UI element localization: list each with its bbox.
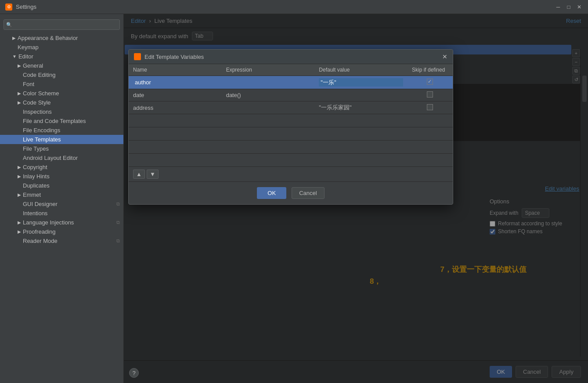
sidebar-item-color-scheme[interactable]: ▶ Color Scheme (0, 89, 123, 98)
cell-skip-address (408, 101, 453, 114)
skip-checkbox-date[interactable] (427, 91, 433, 98)
sidebar-item-label: Intentions (23, 210, 47, 217)
search-input[interactable] (4, 19, 120, 30)
sidebar-item-label: Keymap (18, 44, 39, 51)
expression-input-author[interactable] (226, 78, 310, 87)
col-name: Name (129, 64, 222, 76)
sidebar-item-gui-designer[interactable]: GUI Designer ⧉ (0, 199, 123, 209)
skip-checkbox-author[interactable] (427, 79, 433, 85)
sidebar-item-label: Inlay Hints (23, 173, 50, 180)
sidebar-item-label: Font (23, 81, 34, 87)
close-button[interactable]: ✕ (576, 4, 583, 11)
cell-name-address: address (129, 101, 222, 114)
sidebar-item-file-encodings[interactable]: File Encodings (0, 126, 123, 135)
empty-row (129, 141, 453, 154)
sidebar-item-file-types[interactable]: File Types (0, 144, 123, 153)
edit-template-variables-dialog: Edit Template Variables ✕ Name Expressio… (128, 49, 453, 205)
dialog-title-bar: Edit Template Variables ✕ (129, 50, 453, 64)
nav-down-button[interactable]: ▼ (147, 170, 159, 179)
chevron-right-icon: ▶ (18, 229, 21, 234)
dialog-cancel-button[interactable]: Cancel (292, 187, 324, 199)
sidebar-item-label: Live Templates (23, 136, 61, 143)
sidebar-item-live-templates[interactable]: Live Templates (0, 135, 123, 144)
nav-up-button[interactable]: ▲ (133, 170, 145, 179)
maximize-button[interactable]: □ (565, 4, 572, 11)
col-expression: Expression (222, 64, 315, 76)
dialog-table: Name Expression Default value Skip if de… (129, 64, 453, 167)
sidebar-item-inspections[interactable]: Inspections (0, 107, 123, 116)
main-panel: Editor › Live Templates Reset By default… (124, 14, 588, 383)
col-default: Default value (314, 64, 408, 76)
sidebar-item-emmet[interactable]: ▶ Emmet (0, 190, 123, 199)
empty-row (129, 127, 453, 141)
sidebar-item-label: Editor (18, 53, 33, 60)
sidebar-item-code-style[interactable]: ▶ Code Style (0, 98, 123, 107)
chevron-right-icon: ▶ (18, 165, 21, 170)
search-box[interactable]: 🔍 (4, 19, 120, 30)
settings-window: ⚙ Settings ─ □ ✕ 🔍 ▶ Appearance & Behavi… (0, 0, 588, 383)
window-title: Settings (16, 4, 36, 10)
cell-expression-address (222, 101, 315, 114)
chevron-right-icon: ▶ (12, 36, 16, 40)
sidebar-item-label: File Types (23, 145, 49, 152)
skip-checkbox-address[interactable] (427, 104, 433, 110)
sidebar-item-code-editing[interactable]: Code Editing (0, 70, 123, 79)
sidebar-item-editor[interactable]: ▼ Editor (0, 52, 123, 61)
empty-row (129, 114, 453, 127)
title-bar: ⚙ Settings ─ □ ✕ (0, 0, 588, 14)
sidebar-item-android-layout[interactable]: Android Layout Editor (0, 153, 123, 163)
chevron-right-icon: ▶ (18, 100, 21, 105)
cell-expression-date: date() (222, 89, 315, 101)
cell-expression-author (222, 76, 315, 89)
dialog-title: Edit Template Variables (144, 54, 439, 60)
table-header-row: Name Expression Default value Skip if de… (129, 64, 453, 76)
sidebar-item-label: Android Layout Editor (23, 155, 78, 161)
sidebar-item-label: Proofreading (23, 228, 55, 235)
default-input-author[interactable] (319, 78, 403, 87)
sidebar-item-label: Color Scheme (23, 90, 59, 97)
table-row[interactable]: date date() (129, 89, 453, 101)
sidebar-item-proofreading[interactable]: ▶ Proofreading (0, 227, 123, 236)
sidebar-item-label: File Encodings (23, 127, 60, 134)
content-area: 🔍 ▶ Appearance & Behavior Keymap ▼ Edito… (0, 14, 588, 383)
sidebar-item-font[interactable]: Font (0, 79, 123, 89)
sidebar-item-inlay-hints[interactable]: ▶ Inlay Hints (0, 172, 123, 181)
sidebar-item-copyright[interactable]: ▶ Copyright (0, 163, 123, 172)
sidebar-item-keymap[interactable]: Keymap (0, 43, 123, 52)
sidebar-item-general[interactable]: ▶ General (0, 61, 123, 70)
cell-default-address: "一乐乐家园" (314, 101, 408, 114)
window-controls: ─ □ ✕ (555, 4, 583, 11)
chevron-down-icon: ▼ (12, 54, 17, 59)
dialog-help-button[interactable]: ? (129, 368, 139, 378)
dialog-close-button[interactable]: ✕ (442, 53, 447, 60)
settings-icon: ⧉ (116, 220, 120, 225)
sidebar-item-appearance[interactable]: ▶ Appearance & Behavior (0, 33, 123, 43)
chevron-right-icon: ▶ (18, 174, 21, 179)
name-input-author[interactable] (133, 78, 217, 87)
sidebar-item-language-injections[interactable]: ▶ Language Injections ⧉ (0, 218, 123, 227)
dialog-overlay: Edit Template Variables ✕ Name Expressio… (124, 14, 588, 383)
sidebar-item-label: Code Editing (23, 72, 55, 78)
cell-default-author (314, 76, 408, 89)
cell-name-author (129, 76, 222, 89)
dialog-nav: ▲ ▼ (129, 167, 453, 181)
sidebar-item-label: Emmet (23, 192, 41, 198)
cell-name-date: date (129, 89, 222, 101)
app-icon: ⚙ (5, 4, 12, 11)
sidebar-item-intentions[interactable]: Intentions (0, 209, 123, 218)
cell-skip-author (408, 76, 453, 89)
table-row[interactable]: address "一乐乐家园" (129, 101, 453, 114)
table-row[interactable] (129, 76, 453, 89)
sidebar-item-label: Language Injections (23, 219, 74, 226)
sidebar-item-label: File and Code Templates (23, 118, 86, 124)
dialog-buttons: ? OK Cancel (129, 181, 453, 204)
sidebar-item-label: Code Style (23, 99, 51, 106)
sidebar-item-duplicates[interactable]: Duplicates (0, 181, 123, 190)
sidebar-item-label: Copyright (23, 164, 47, 170)
empty-row (129, 154, 453, 167)
minimize-button[interactable]: ─ (555, 4, 562, 11)
sidebar-item-reader-mode[interactable]: Reader Mode ⧉ (0, 236, 123, 246)
dialog-ok-button[interactable]: OK (257, 187, 286, 199)
settings-icon: ⧉ (116, 238, 120, 244)
sidebar-item-file-code-templates[interactable]: File and Code Templates (0, 116, 123, 126)
